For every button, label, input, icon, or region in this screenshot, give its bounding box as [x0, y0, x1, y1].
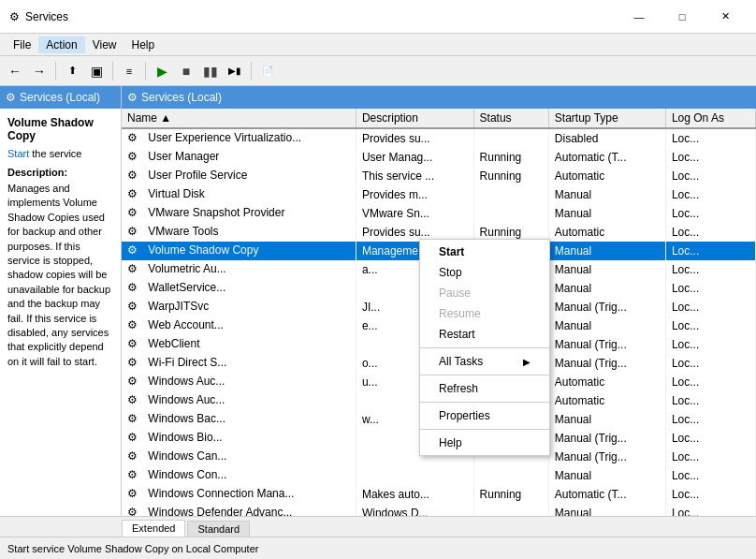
left-panel-title: Services (Local): [20, 91, 100, 104]
cell-startup: Manual (Trig...: [548, 354, 665, 373]
cell-logon: Loc...: [665, 260, 755, 279]
cell-status: [473, 466, 548, 485]
table-row[interactable]: ⚙ User Profile ServiceThis service ...Ru…: [122, 167, 756, 185]
right-panel-header: ⚙ Services (Local): [122, 86, 756, 109]
window-icon: ⚙: [9, 10, 20, 23]
menu-view[interactable]: View: [85, 37, 124, 53]
toolbar-pause[interactable]: ▮▮: [199, 60, 222, 82]
cell-logon: Loc...: [665, 485, 755, 504]
cell-name: ⚙ Windows Con...: [122, 466, 356, 485]
cell-startup: Disabled: [548, 128, 665, 148]
cell-startup: Manual: [548, 466, 665, 485]
cell-desc: Windows D...: [356, 504, 473, 516]
cell-startup: Manual: [548, 204, 665, 223]
cell-status: Running: [473, 148, 548, 167]
tab-standard[interactable]: Standard: [187, 521, 250, 537]
cell-logon: Loc...: [665, 373, 755, 391]
table-row[interactable]: ⚙ User ManagerUser Manag...RunningAutoma…: [122, 148, 756, 167]
cell-name: ⚙ VMware Tools: [122, 223, 356, 242]
cell-desc: Provides su...: [356, 128, 473, 148]
context-menu-item-properties[interactable]: Properties: [420, 405, 549, 426]
toolbar-restart[interactable]: ▶▮: [224, 60, 246, 82]
col-status[interactable]: Status: [473, 109, 548, 128]
cell-name: ⚙ WalletService...: [122, 279, 356, 298]
cell-startup: Manual: [548, 242, 665, 260]
menu-action[interactable]: Action: [38, 37, 84, 53]
cell-name: ⚙ Volume Shadow Copy: [122, 242, 356, 260]
toolbar-stop[interactable]: ■: [175, 60, 197, 82]
table-row[interactable]: ⚙ User Experience Virtualizatio...Provid…: [122, 128, 756, 148]
context-menu-separator: [420, 402, 549, 403]
cell-logon: Loc...: [665, 354, 755, 373]
table-row[interactable]: ⚙ Virtual DiskProvides m...ManualLoc...: [122, 185, 756, 204]
menu-file[interactable]: File: [6, 37, 38, 53]
maximize-button[interactable]: □: [661, 4, 704, 30]
cell-name: ⚙ Windows Connection Mana...: [122, 485, 356, 504]
cell-desc: VMware Sn...: [356, 204, 473, 223]
cell-status: [473, 504, 548, 516]
context-menu-item-restart[interactable]: Restart: [420, 324, 549, 345]
context-menu-item-refresh[interactable]: Refresh: [420, 378, 549, 399]
window-title: Services: [25, 10, 618, 23]
tab-extended[interactable]: Extended: [122, 520, 185, 537]
col-startup[interactable]: Startup Type: [548, 109, 665, 128]
cell-name: ⚙ Windows Bio...: [122, 429, 356, 448]
cell-startup: Manual: [548, 279, 665, 298]
cell-logon: Loc...: [665, 242, 755, 260]
desc-text: Manages and implements Volume Shadow Cop…: [7, 182, 113, 369]
context-menu-separator: [420, 375, 549, 375]
cell-desc: Makes auto...: [356, 485, 473, 504]
cell-status: Running: [473, 485, 548, 504]
toolbar-refresh[interactable]: ▣: [85, 60, 108, 82]
start-suffix: the service: [29, 148, 81, 159]
cell-desc: This service ...: [356, 167, 473, 185]
toolbar-sep-4: [251, 62, 252, 81]
cell-name: ⚙ Windows Bac...: [122, 410, 356, 429]
context-menu-item-start[interactable]: Start: [420, 242, 549, 262]
toolbar-up[interactable]: ⬆: [61, 60, 83, 82]
close-button[interactable]: ✕: [704, 4, 747, 30]
col-logon[interactable]: Log On As: [665, 109, 755, 128]
cell-logon: Loc...: [665, 204, 755, 223]
table-row[interactable]: ⚙ VMware Snapshot ProviderVMware Sn...Ma…: [122, 204, 756, 223]
context-menu-item-all-tasks[interactable]: All Tasks▶: [420, 351, 549, 372]
context-menu-separator: [420, 429, 549, 430]
table-row[interactable]: ⚙ Windows Con...ManualLoc...: [122, 466, 756, 485]
cell-status: Running: [473, 167, 548, 185]
main-content: ⚙ Services (Local) Volume Shadow Copy St…: [0, 86, 756, 516]
left-panel: ⚙ Services (Local) Volume Shadow Copy St…: [0, 86, 122, 516]
context-menu-item-resume: Resume: [420, 303, 549, 324]
cell-logon: Loc...: [665, 298, 755, 316]
cell-name: ⚙ User Manager: [122, 148, 356, 167]
cell-startup: Manual: [548, 260, 665, 279]
toolbar-properties[interactable]: 📄: [256, 60, 279, 82]
table-row[interactable]: ⚙ Windows Connection Mana...Makes auto..…: [122, 485, 756, 504]
toolbar-back[interactable]: ←: [4, 60, 26, 82]
status-text: Start service Volume Shadow Copy on Loca…: [7, 543, 258, 554]
col-desc[interactable]: Description: [356, 109, 473, 128]
cell-name: ⚙ User Experience Virtualizatio...: [122, 128, 356, 148]
toolbar-forward[interactable]: →: [28, 60, 51, 82]
col-name[interactable]: Name ▲: [122, 109, 356, 128]
toolbar-sep-2: [112, 62, 113, 81]
right-panel-icon: ⚙: [127, 91, 138, 104]
cell-name: ⚙ WebClient: [122, 335, 356, 354]
start-link[interactable]: Start: [7, 148, 29, 159]
minimize-button[interactable]: —: [618, 4, 661, 30]
cell-name: ⚙ VMware Snapshot Provider: [122, 204, 356, 223]
toolbar-list[interactable]: ≡: [118, 60, 140, 82]
cell-logon: Loc...: [665, 148, 755, 167]
menu-help[interactable]: Help: [124, 37, 163, 53]
cell-startup: Manual (Trig...: [548, 448, 665, 466]
table-row[interactable]: ⚙ Windows Defender Advanc...Windows D...…: [122, 504, 756, 516]
cell-status: [473, 185, 548, 204]
context-menu-item-stop[interactable]: Stop: [420, 262, 549, 283]
context-menu: StartStopPauseResumeRestartAll Tasks▶Ref…: [419, 239, 550, 456]
context-menu-item-help[interactable]: Help: [420, 433, 549, 453]
cell-name: ⚙ Windows Defender Advanc...: [122, 504, 356, 516]
cell-logon: Loc...: [665, 279, 755, 298]
cell-name: ⚙ Volumetric Au...: [122, 260, 356, 279]
toolbar-play[interactable]: ▶: [151, 60, 173, 82]
cell-logon: Loc...: [665, 167, 755, 185]
cell-name: ⚙ WarpJITSvc: [122, 298, 356, 316]
